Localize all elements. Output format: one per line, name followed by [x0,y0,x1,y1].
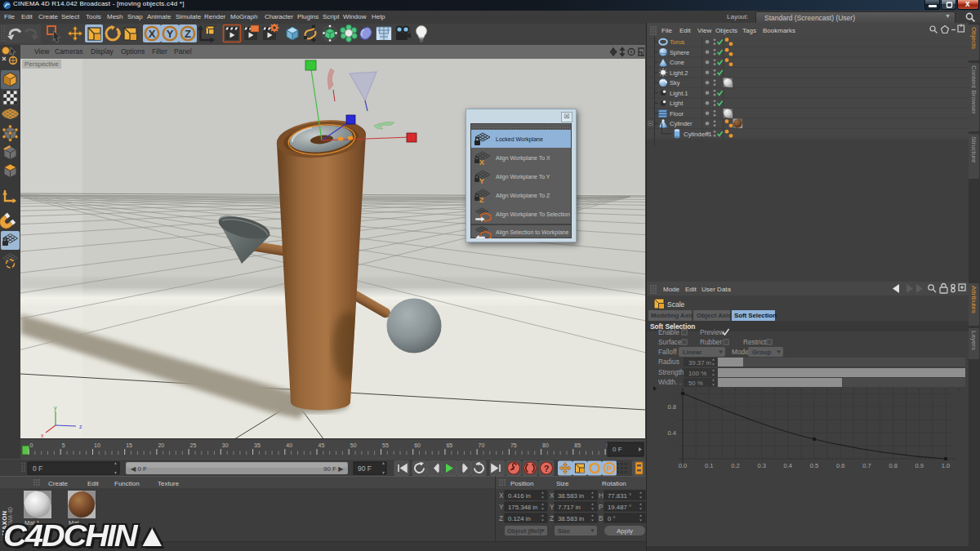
svg-text:90 F: 90 F [358,464,372,473]
svg-text:Z: Z [550,514,554,522]
svg-text:90 F ▶: 90 F ▶ [323,465,344,473]
svg-text:Align Workplane To Y: Align Workplane To Y [496,174,550,180]
svg-text:0: 0 [30,442,33,448]
svg-text:5: 5 [62,442,65,448]
svg-text:Edit: Edit [685,286,697,293]
svg-text:Floor: Floor [670,110,684,118]
svg-text:0.3: 0.3 [757,462,765,469]
svg-text:0 F: 0 F [612,446,622,453]
svg-text:Locked Workplane: Locked Workplane [496,136,543,143]
svg-text:0.6: 0.6 [836,462,844,469]
svg-text:?: ? [544,464,550,473]
svg-text:30: 30 [222,442,229,448]
svg-text:0.7: 0.7 [862,462,871,469]
svg-text:Edit: Edit [87,480,100,487]
svg-text:Object (Rel): Object (Rel) [507,527,542,535]
svg-text:Preview: Preview [700,328,725,336]
svg-text:65: 65 [446,442,452,448]
svg-text:X: X [550,491,555,500]
svg-text:20: 20 [158,442,164,448]
svg-text:75: 75 [510,442,517,448]
svg-text:80: 80 [542,442,549,448]
svg-text:Y: Y [167,28,174,40]
svg-text:77.831 °: 77.831 ° [608,492,631,500]
svg-text:X: X [499,491,504,500]
svg-text:Cone: Cone [670,59,684,66]
svg-text:Rubber: Rubber [700,338,722,346]
svg-text:Strength: Strength [658,368,684,376]
svg-text:View: View [697,27,711,34]
svg-text:7.717 in: 7.717 in [558,504,581,511]
svg-text:50: 50 [350,442,357,448]
svg-text:Object Axis: Object Axis [697,312,732,319]
svg-text:Edit: Edit [679,27,692,34]
svg-text:0.2: 0.2 [731,462,739,469]
svg-text:0.8: 0.8 [668,403,676,411]
svg-text:Width. .: Width. . [658,378,681,386]
svg-text:y: y [54,405,57,411]
svg-text:Tags: Tags [742,27,756,34]
svg-text:Mode: Mode [663,286,680,293]
svg-text:0.4: 0.4 [668,429,676,437]
svg-text:50 %: 50 % [688,380,703,387]
svg-text:Cylinder: Cylinder [670,120,693,127]
svg-text:B: B [599,514,604,522]
svg-text:Position: Position [510,480,533,487]
svg-text:1.0: 1.0 [942,462,950,469]
svg-text:Z: Z [185,28,191,40]
svg-text:Bookmarks: Bookmarks [763,27,795,34]
svg-text:Restrict: Restrict [743,338,767,346]
svg-text:P: P [599,503,604,511]
svg-text:35: 35 [254,442,261,448]
svg-text:0 F: 0 F [33,464,42,473]
svg-text:Size: Size [556,480,569,487]
svg-text:File: File [662,27,672,34]
svg-text:Radius: Radius [658,358,679,366]
svg-text:60: 60 [414,442,421,448]
svg-text:Texture: Texture [158,480,180,487]
svg-text:Y: Y [550,503,555,511]
svg-text:70: 70 [479,442,485,448]
svg-text:P: P [607,464,612,473]
svg-text:Mode: Mode [732,348,749,356]
svg-text:Group: Group [752,349,772,356]
svg-text:Size: Size [558,527,570,535]
svg-text:0.9: 0.9 [915,462,924,469]
svg-text:Align Workplane To Selection: Align Workplane To Selection [496,211,570,218]
svg-text:Modeling Axis: Modeling Axis [651,312,694,319]
svg-text:Scale: Scale [667,300,685,309]
svg-text:Linear: Linear [683,349,702,356]
svg-text:Y: Y [499,503,504,511]
svg-text:X: X [479,158,484,167]
svg-text:Align Workplane To Z: Align Workplane To Z [496,193,550,199]
svg-text:Function: Function [114,480,140,487]
svg-text:0.1: 0.1 [705,462,713,469]
svg-text:Objects: Objects [715,27,737,34]
svg-text:Apply: Apply [617,527,633,535]
svg-text:H: H [599,491,604,500]
svg-text:Falloff: Falloff [658,348,677,356]
svg-text:Sphere: Sphere [670,49,689,56]
svg-text:Z: Z [499,514,503,522]
svg-text:User Data: User Data [702,286,732,293]
svg-text:39.37 in: 39.37 in [688,359,711,367]
svg-text:X: X [149,28,156,40]
svg-text:25: 25 [190,442,197,448]
svg-text:0.5: 0.5 [810,462,818,469]
svg-text:◀ 0 F: ◀ 0 F [131,465,147,473]
svg-text:15: 15 [126,442,132,448]
svg-text:10: 10 [94,442,100,448]
svg-text:38.583 in: 38.583 in [558,515,584,522]
svg-text:100 %: 100 % [688,370,706,377]
svg-text:z: z [79,424,82,429]
svg-text:19.487 °: 19.487 ° [608,504,631,511]
svg-text:Light.2: Light.2 [670,69,688,77]
svg-text:40: 40 [286,442,292,448]
svg-text:Surface: Surface [658,338,682,346]
svg-text:Sky: Sky [670,79,680,87]
svg-text:45: 45 [318,442,325,448]
svg-text:Soft Selection: Soft Selection [734,312,777,319]
svg-text:Align Workplane To X: Align Workplane To X [496,155,550,162]
svg-text:Light: Light [670,100,684,107]
svg-text:38.583 in: 38.583 in [558,492,584,500]
